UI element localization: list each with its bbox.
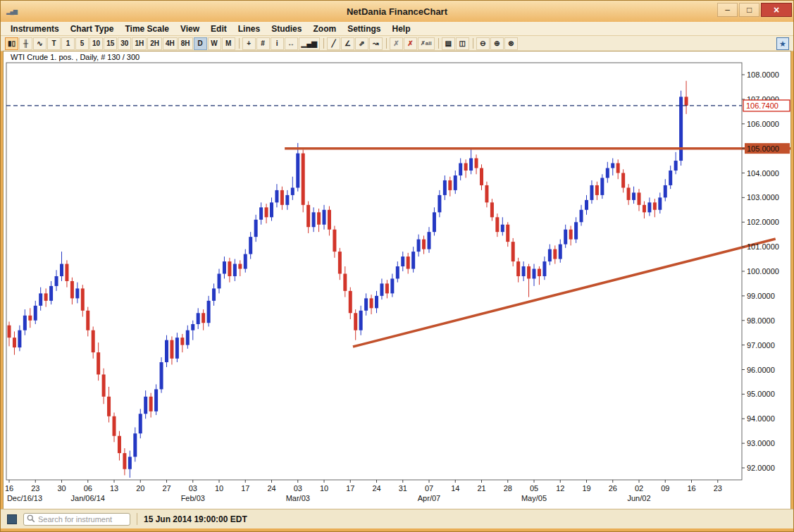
svg-text:16: 16 bbox=[5, 484, 13, 493]
svg-text:14: 14 bbox=[451, 484, 459, 493]
app-window: ▂▄▆ NetDania FinanceChart – □ × Instrume… bbox=[0, 0, 794, 532]
chart-panel: WTI Crude 1. pos. , Daily, # 130 / 300 1… bbox=[4, 51, 790, 509]
favorite-button[interactable]: ★ bbox=[776, 37, 789, 50]
maximize-button[interactable]: □ bbox=[739, 3, 759, 17]
svg-text:03: 03 bbox=[189, 484, 197, 493]
svg-text:24: 24 bbox=[267, 484, 275, 493]
candlestick-chart-button[interactable]: ▮▯ bbox=[5, 37, 18, 50]
svg-text:06: 06 bbox=[84, 484, 92, 493]
chart-timestamp: 15 Jun 2014 19:00:00 EDT bbox=[144, 514, 247, 524]
timescale-4h-button[interactable]: 4H bbox=[163, 37, 178, 50]
titlebar: ▂▄▆ NetDania FinanceChart – □ × bbox=[1, 1, 793, 22]
menu-item-edit[interactable]: Edit bbox=[205, 23, 232, 35]
svg-text:05: 05 bbox=[530, 484, 538, 493]
svg-text:106.0000: 106.0000 bbox=[747, 120, 779, 128]
svg-text:28: 28 bbox=[504, 484, 512, 493]
freehand-tool-icon[interactable]: ↝ bbox=[369, 37, 383, 50]
delete-line-icon[interactable]: ✗ bbox=[404, 37, 417, 50]
close-button[interactable]: × bbox=[761, 3, 792, 17]
toolbar-separator bbox=[323, 38, 324, 49]
svg-text:10: 10 bbox=[320, 484, 328, 493]
timescale-1h-button[interactable]: 1H bbox=[132, 37, 147, 50]
print-icon[interactable]: ▤ bbox=[442, 37, 455, 50]
info-icon[interactable]: i bbox=[271, 37, 284, 50]
minimize-button[interactable]: – bbox=[717, 3, 738, 17]
plot-area[interactable] bbox=[6, 63, 742, 480]
statusbar-separator bbox=[137, 513, 137, 525]
trend-line-tool-icon[interactable]: ╱ bbox=[327, 37, 340, 50]
svg-text:102.0000: 102.0000 bbox=[747, 218, 779, 226]
toolbar-separator bbox=[239, 38, 240, 49]
menu-item-studies[interactable]: Studies bbox=[266, 23, 307, 35]
svg-text:105.0000: 105.0000 bbox=[747, 144, 779, 153]
timescale-weekly-button[interactable]: W bbox=[208, 37, 221, 50]
menu-item-lines[interactable]: Lines bbox=[232, 23, 266, 35]
ohlc-bars-button[interactable]: ╫ bbox=[19, 37, 32, 50]
svg-text:17: 17 bbox=[241, 484, 249, 493]
window-title: NetDania FinanceChart bbox=[1, 6, 793, 17]
volume-icon[interactable]: ▁▄▆ bbox=[299, 37, 320, 50]
svg-text:96.0000: 96.0000 bbox=[747, 366, 775, 374]
current-price-tag: 106.7400 bbox=[743, 100, 790, 111]
timescale-5min-button[interactable]: 5 bbox=[75, 37, 89, 50]
svg-text:98.0000: 98.0000 bbox=[747, 316, 775, 325]
x-axis: 1623300613202703101724031017243107142128… bbox=[5, 480, 722, 502]
svg-text:30: 30 bbox=[57, 484, 66, 493]
menu-item-settings[interactable]: Settings bbox=[342, 23, 386, 35]
ray-line-tool-icon[interactable]: ∠ bbox=[341, 37, 354, 50]
y-axis: 108.0000107.0000106.0000105.0000104.0000… bbox=[742, 70, 790, 472]
svg-text:Apr/07: Apr/07 bbox=[418, 494, 440, 502]
svg-text:03: 03 bbox=[294, 484, 302, 493]
svg-text:May/05: May/05 bbox=[521, 494, 547, 502]
timescale-monthly-button[interactable]: M bbox=[222, 37, 235, 50]
delete-all-lines-icon[interactable]: ✗all bbox=[418, 37, 435, 50]
svg-text:Dec/16/13: Dec/16/13 bbox=[7, 494, 42, 502]
timescale-1min-button[interactable]: 1 bbox=[61, 37, 75, 50]
svg-text:Jun/02: Jun/02 bbox=[627, 494, 650, 502]
menu-item-time-scale[interactable]: Time Scale bbox=[119, 23, 174, 35]
svg-text:93.0000: 93.0000 bbox=[747, 439, 775, 447]
scroll-horizontal-icon[interactable]: ↔ bbox=[285, 37, 298, 50]
channel-tool-icon[interactable]: ⇗ bbox=[355, 37, 368, 50]
svg-text:92.0000: 92.0000 bbox=[747, 464, 775, 472]
svg-text:99.0000: 99.0000 bbox=[747, 292, 775, 300]
timescale-15min-button[interactable]: 15 bbox=[104, 37, 117, 50]
svg-text:10: 10 bbox=[215, 484, 223, 493]
grid-icon[interactable]: # bbox=[256, 37, 270, 50]
svg-text:19: 19 bbox=[582, 484, 590, 493]
zoom-in-icon[interactable]: ⊕ bbox=[490, 37, 504, 50]
svg-text:13: 13 bbox=[110, 484, 118, 493]
zoom-out-icon[interactable]: ⊖ bbox=[476, 37, 490, 50]
timescale-8h-button[interactable]: 8H bbox=[178, 37, 193, 50]
price-chart[interactable]: 1623300613202703101724031017243107142128… bbox=[4, 61, 790, 508]
timescale-daily-button[interactable]: D bbox=[194, 37, 207, 50]
timescale-tick-button[interactable]: T bbox=[47, 37, 61, 50]
statusbar: 15 Jun 2014 19:00:00 EDT bbox=[1, 509, 793, 528]
svg-text:Jan/06/14: Jan/06/14 bbox=[71, 494, 105, 502]
svg-text:103.0000: 103.0000 bbox=[747, 193, 779, 202]
timescale-2h-button[interactable]: 2H bbox=[147, 37, 162, 50]
search-input[interactable] bbox=[23, 513, 130, 526]
svg-text:20: 20 bbox=[136, 484, 144, 493]
svg-text:104.0000: 104.0000 bbox=[747, 169, 779, 178]
svg-text:21: 21 bbox=[477, 484, 485, 493]
svg-text:24: 24 bbox=[372, 484, 380, 493]
remove-study-icon[interactable]: ✗ bbox=[390, 37, 403, 50]
menu-item-chart-type[interactable]: Chart Type bbox=[65, 23, 120, 35]
instrument-panel-icon[interactable] bbox=[7, 514, 17, 524]
svg-text:31: 31 bbox=[399, 484, 407, 493]
svg-text:106.7400: 106.7400 bbox=[746, 101, 779, 110]
line-chart-button[interactable]: ∿ bbox=[33, 37, 46, 50]
timescale-10min-button[interactable]: 10 bbox=[89, 37, 103, 50]
svg-text:07: 07 bbox=[425, 484, 433, 493]
menu-item-instruments[interactable]: Instruments bbox=[5, 23, 65, 35]
crosshair-icon[interactable]: + bbox=[242, 37, 256, 50]
zoom-interval-icon[interactable]: ⊛ bbox=[504, 37, 518, 50]
menu-item-help[interactable]: Help bbox=[386, 23, 416, 35]
timescale-30min-button[interactable]: 30 bbox=[118, 37, 131, 50]
toolbar-separator bbox=[473, 38, 473, 49]
menu-item-zoom[interactable]: Zoom bbox=[307, 23, 342, 35]
print-preview-icon[interactable]: ◫ bbox=[456, 37, 469, 50]
svg-text:Mar/03: Mar/03 bbox=[286, 494, 310, 502]
menu-item-view[interactable]: View bbox=[175, 23, 205, 35]
